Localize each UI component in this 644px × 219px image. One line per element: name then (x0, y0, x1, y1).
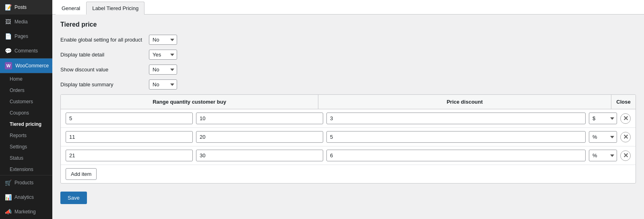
enable-global-select[interactable]: No Yes (149, 35, 177, 45)
col-range-header: Range quantity customer buy (61, 95, 318, 109)
tab-label-tiered-pricing[interactable]: Label Tiered Pricing (86, 2, 144, 15)
sidebar-item-label: Analytics (14, 194, 34, 200)
form-row-enable-global: Enable global setting for all product No… (60, 35, 636, 45)
enable-global-control: No Yes (149, 35, 177, 45)
posts-icon: 📝 (5, 4, 11, 10)
sidebar-sub-extensions[interactable]: Extensions (0, 164, 52, 175)
display-table-detail-label: Display table detail (60, 52, 149, 58)
pricing-table-header: Range quantity customer buy Price discou… (61, 95, 636, 109)
show-discount-select[interactable]: No Yes (149, 65, 177, 75)
from-input-2[interactable] (66, 150, 193, 161)
sidebar-item-label: Comments (14, 48, 38, 54)
close-button-2[interactable]: ✕ (620, 150, 631, 161)
marketing-icon: 📣 (5, 209, 11, 215)
sidebar: 📝 Posts 🖼 Media 📄 Pages 💬 Comments W Woo… (0, 0, 52, 219)
sidebar-item-label: Products (14, 180, 33, 186)
display-table-summary-select[interactable]: No Yes (149, 79, 177, 90)
sidebar-item-label: Pages (14, 33, 28, 39)
content-area: Tiered price Enable global setting for a… (52, 15, 644, 219)
sidebar-sub-settings[interactable]: Settings (0, 141, 52, 152)
price-inputs-2: % $ (326, 150, 617, 161)
display-table-summary-label: Display table summary (60, 81, 149, 88)
sidebar-item-media[interactable]: 🖼 Media (0, 15, 52, 29)
sidebar-item-posts[interactable]: 📝 Posts (0, 0, 52, 15)
sidebar-sub-tiered-pricing[interactable]: Tiered pricing (0, 119, 52, 130)
add-item-button[interactable]: Add item (66, 168, 97, 180)
discount-type-select-2[interactable]: % $ (589, 150, 617, 161)
show-discount-label: Show discount value (60, 67, 149, 73)
sidebar-sub-customers[interactable]: Customers (0, 96, 52, 107)
sidebar-item-label: WooCommerce (15, 63, 49, 69)
col-close-header: Close (611, 95, 636, 109)
sidebar-item-comments[interactable]: 💬 Comments (0, 44, 52, 58)
sidebar-sub-home[interactable]: Home (0, 73, 52, 85)
pricing-row-0: $ % ✕ (61, 109, 636, 128)
woocommerce-icon: W (5, 62, 12, 69)
enable-global-label: Enable global setting for all product (60, 37, 149, 43)
pages-icon: 📄 (5, 33, 11, 40)
sidebar-sub-status[interactable]: Status (0, 152, 52, 164)
save-button[interactable]: Save (60, 192, 87, 204)
discount-type-select-0[interactable]: $ % (589, 113, 617, 124)
to-input-1[interactable] (196, 131, 323, 143)
display-table-summary-control: No Yes (149, 79, 177, 90)
close-button-0[interactable]: ✕ (620, 113, 631, 124)
sidebar-sub-coupons[interactable]: Coupons (0, 107, 52, 119)
price-inputs-1: % $ (326, 131, 617, 143)
close-button-1[interactable]: ✕ (620, 132, 631, 142)
discount-value-input-2[interactable] (326, 150, 586, 161)
sidebar-item-label: Posts (14, 4, 27, 10)
display-table-detail-control: Yes No (149, 50, 177, 60)
pricing-row-1: % $ ✕ (61, 128, 636, 146)
woo-submenu: Home Orders Customers Coupons Tiered pri… (0, 73, 52, 175)
sidebar-item-marketing[interactable]: 📣 Marketing (0, 204, 52, 219)
range-inputs-0 (66, 113, 323, 124)
form-row-display-table-detail: Display table detail Yes No (60, 50, 636, 60)
discount-value-input-0[interactable] (326, 113, 586, 124)
comments-icon: 💬 (5, 48, 11, 54)
analytics-icon: 📊 (5, 194, 11, 200)
display-table-detail-select[interactable]: Yes No (149, 50, 177, 60)
main-content: General Label Tiered Pricing Tiered pric… (52, 0, 644, 219)
show-discount-control: No Yes (149, 65, 177, 75)
sidebar-item-label: Media (14, 19, 28, 25)
from-input-0[interactable] (66, 113, 193, 124)
pricing-table: Range quantity customer buy Price discou… (60, 94, 636, 184)
save-area: Save (60, 190, 636, 204)
col-price-header: Price discount (318, 95, 611, 109)
range-inputs-2 (66, 150, 323, 161)
from-input-1[interactable] (66, 131, 193, 143)
sidebar-item-pages[interactable]: 📄 Pages (0, 29, 52, 44)
media-icon: 🖼 (5, 19, 11, 25)
sidebar-sub-reports[interactable]: Reports (0, 130, 52, 141)
discount-value-input-1[interactable] (326, 131, 586, 143)
tab-bar: General Label Tiered Pricing (52, 0, 644, 15)
pricing-row-2: % $ ✕ (61, 146, 636, 165)
tab-general[interactable]: General (56, 2, 86, 15)
sidebar-item-label: Marketing (14, 209, 36, 215)
sidebar-sub-orders[interactable]: Orders (0, 85, 52, 96)
to-input-0[interactable] (196, 113, 323, 124)
range-inputs-1 (66, 131, 323, 143)
form-row-display-table-summary: Display table summary No Yes (60, 79, 636, 90)
to-input-2[interactable] (196, 150, 323, 161)
sidebar-item-products[interactable]: 🛒 Products (0, 175, 52, 190)
products-icon: 🛒 (5, 179, 11, 186)
sidebar-item-woocommerce[interactable]: W WooCommerce ‹ (0, 58, 52, 73)
sidebar-item-analytics[interactable]: 📊 Analytics (0, 190, 52, 204)
section-title: Tiered price (60, 21, 636, 28)
form-row-show-discount: Show discount value No Yes (60, 65, 636, 75)
price-inputs-0: $ % (326, 113, 617, 124)
discount-type-select-1[interactable]: % $ (589, 131, 617, 143)
